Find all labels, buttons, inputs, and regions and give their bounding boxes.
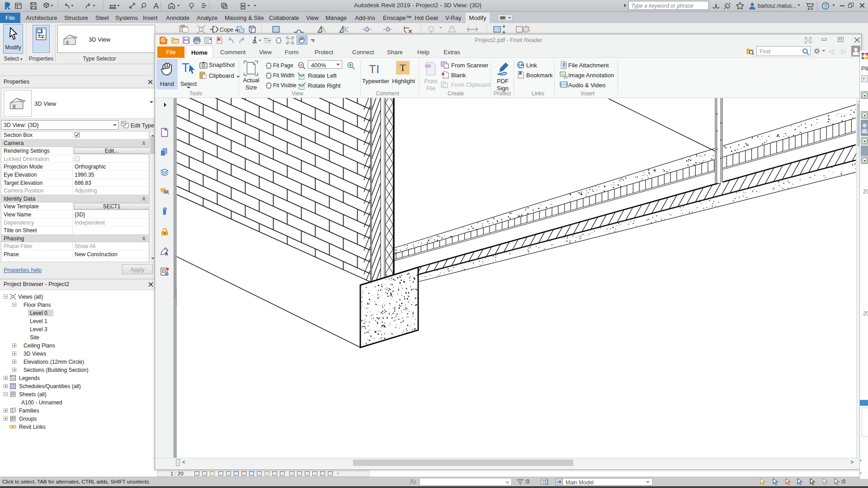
svg-text:I: I — [376, 63, 379, 75]
svg-text:T: T — [182, 61, 189, 75]
svg-text:T: T — [369, 63, 376, 75]
svg-text:?: ? — [824, 3, 827, 9]
